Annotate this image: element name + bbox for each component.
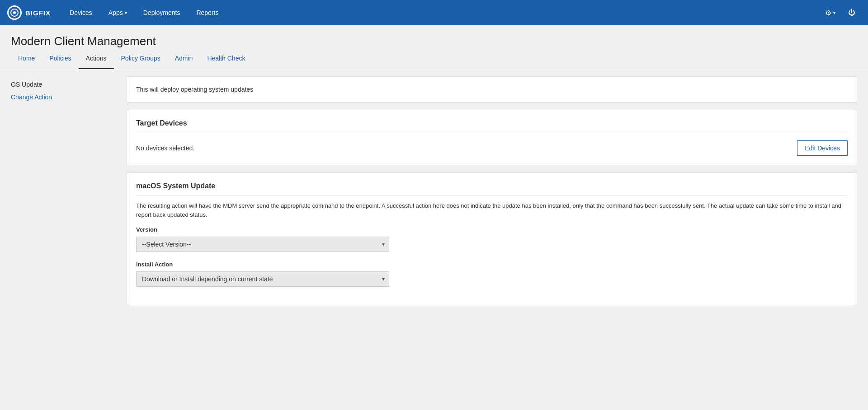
tab-policy-groups[interactable]: Policy Groups (114, 48, 168, 69)
settings-dropdown-arrow: ▾ (833, 10, 835, 15)
topnav-right: ⚙ ▾ ⏻ (820, 5, 861, 21)
macos-card: macOS System Update The resulting action… (127, 172, 857, 305)
version-label: Version (136, 226, 848, 233)
nav-devices[interactable]: Devices (61, 0, 100, 25)
apps-dropdown-arrow: ▾ (125, 10, 127, 15)
top-navigation: BIGFIX Devices Apps ▾ Deployments Report… (0, 0, 868, 25)
settings-button[interactable]: ⚙ ▾ (820, 5, 841, 21)
target-devices-title: Target Devices (136, 119, 848, 133)
nav-deployments[interactable]: Deployments (135, 0, 189, 25)
sidebar-item-change-action[interactable]: Change Action (11, 91, 116, 103)
logo-icon (7, 5, 22, 20)
nav-apps[interactable]: Apps ▾ (100, 0, 135, 25)
subtab-bar: Home Policies Actions Policy Groups Admi… (0, 48, 868, 69)
page-title-area: Modern Client Management (0, 25, 868, 48)
app-name: BIGFIX (25, 9, 51, 17)
install-action-label: Install Action (136, 261, 848, 268)
tab-actions[interactable]: Actions (79, 48, 114, 69)
sidebar-item-os-update: OS Update (11, 78, 116, 91)
version-select[interactable]: --Select Version-- (136, 237, 389, 252)
power-button[interactable]: ⏻ (843, 5, 861, 20)
description-text: This will deploy operating system update… (136, 86, 848, 93)
tab-health-check[interactable]: Health Check (200, 48, 252, 69)
target-devices-card: Target Devices No devices selected. Edit… (127, 110, 857, 165)
edit-devices-button[interactable]: Edit Devices (797, 140, 848, 156)
svg-point-1 (13, 11, 16, 14)
tab-admin[interactable]: Admin (168, 48, 200, 69)
app-logo[interactable]: BIGFIX (7, 5, 51, 20)
macos-description: The resulting action will have the MDM s… (136, 201, 848, 219)
settings-icon: ⚙ (825, 9, 831, 17)
version-select-wrapper: --Select Version-- ▾ (136, 237, 389, 252)
nav-links: Devices Apps ▾ Deployments Reports (61, 0, 820, 25)
target-devices-row: No devices selected. Edit Devices (136, 140, 848, 156)
power-icon: ⏻ (848, 9, 855, 17)
description-card: This will deploy operating system update… (127, 76, 857, 102)
no-devices-text: No devices selected. (136, 144, 194, 152)
nav-reports[interactable]: Reports (188, 0, 226, 25)
sidebar: OS Update Change Action (0, 69, 127, 410)
tab-policies[interactable]: Policies (42, 48, 78, 69)
tab-home[interactable]: Home (11, 48, 42, 69)
main-layout: OS Update Change Action This will deploy… (0, 69, 868, 410)
macos-card-title: macOS System Update (136, 182, 848, 196)
content-area: This will deploy operating system update… (127, 69, 868, 410)
install-action-select[interactable]: Download or Install depending on current… (136, 271, 389, 287)
page-title: Modern Client Management (11, 34, 857, 48)
install-action-select-wrapper: Download or Install depending on current… (136, 271, 389, 287)
